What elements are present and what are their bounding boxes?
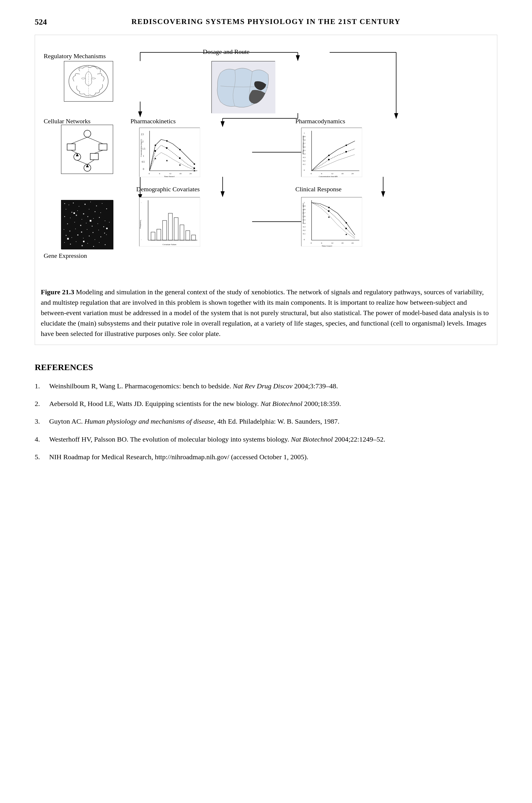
svg-line-30 <box>87 160 94 164</box>
label-clinical: Clinical Response <box>296 186 341 193</box>
svg-text:Time (years): Time (years) <box>322 245 332 246</box>
ref-num: 1. <box>35 381 49 392</box>
svg-text:12: 12 <box>169 172 172 175</box>
label-regulatory: Regulatory Mechanisms <box>44 52 106 60</box>
svg-rect-76 <box>77 235 78 236</box>
svg-text:0.1: 0.1 <box>303 163 305 166</box>
svg-text:Covariate Values: Covariate Values <box>163 243 176 246</box>
svg-point-115 <box>194 164 195 165</box>
ref-text: Guyton AC. Human physiology and mechanis… <box>49 416 497 427</box>
list-item: 3. Guyton AC. Human physiology and mecha… <box>35 416 497 427</box>
svg-text:2: 2 <box>142 141 144 143</box>
pd-chart: 1 0.9 0.8 0.7 0.6 0.5 0.4 0.3 0.2 0.1 0 … <box>301 128 362 177</box>
svg-rect-82 <box>64 242 65 243</box>
svg-rect-85 <box>81 245 83 246</box>
ref-text: Westerhoff HV, Palsson BO. The evolution… <box>49 434 497 445</box>
label-demographic: Demographic Covariates <box>136 186 200 193</box>
label-pharmacokinetics: Pharmacokinetics <box>131 117 176 125</box>
svg-point-146 <box>346 145 347 146</box>
svg-marker-31 <box>76 153 79 156</box>
svg-point-112 <box>155 145 156 146</box>
svg-rect-72 <box>98 230 99 230</box>
svg-text:12: 12 <box>331 172 334 175</box>
svg-point-113 <box>166 141 168 142</box>
svg-rect-81 <box>106 235 107 235</box>
svg-rect-147 <box>328 159 329 160</box>
svg-rect-88 <box>99 242 99 243</box>
list-item: 1. Weinshilboum R, Wang L. Pharmacogenom… <box>35 381 497 392</box>
reference-list: 1. Weinshilboum R, Wang L. Pharmacogenom… <box>35 381 497 462</box>
svg-rect-46 <box>89 209 89 209</box>
svg-rect-68 <box>75 229 76 229</box>
svg-rect-61 <box>86 223 87 223</box>
page-header: REDISCOVERING SYSTEMS PHYSIOLOGY IN THE … <box>0 17 532 26</box>
svg-text:0.2: 0.2 <box>303 160 305 162</box>
svg-rect-36 <box>73 203 74 203</box>
svg-point-19 <box>84 130 91 137</box>
svg-rect-148 <box>345 151 347 152</box>
cellnet-image <box>61 125 113 174</box>
svg-rect-60 <box>80 225 81 226</box>
ref-text: NIH Roadmap for Medical Research, http:/… <box>49 452 497 462</box>
svg-text:0: 0 <box>143 168 144 170</box>
svg-rect-80 <box>100 237 101 237</box>
svg-point-114 <box>179 149 181 150</box>
svg-line-28 <box>94 150 103 153</box>
ref-num: 3. <box>35 416 49 427</box>
label-cellular: Cellular Networks <box>44 117 91 125</box>
list-item: 4. Westerhoff HV, Palsson BO. The evolut… <box>35 434 497 445</box>
svg-rect-64 <box>103 226 104 227</box>
svg-text:0.2: 0.2 <box>303 229 305 231</box>
svg-text:Concentration (mg/L): Concentration (mg/L) <box>140 139 142 157</box>
svg-rect-69 <box>81 231 82 233</box>
svg-line-26 <box>87 137 103 144</box>
svg-text:2.5: 2.5 <box>141 133 144 136</box>
svg-rect-47 <box>95 211 95 212</box>
svg-rect-96 <box>139 128 200 177</box>
svg-text:0.1: 0.1 <box>303 233 305 235</box>
svg-rect-39 <box>90 202 91 202</box>
svg-text:0: 0 <box>311 242 312 244</box>
svg-rect-23 <box>90 153 98 160</box>
svg-rect-53 <box>81 219 82 220</box>
svg-text:Survival (arbitrary units): Survival (arbitrary units) <box>302 203 304 223</box>
svg-text:0.3: 0.3 <box>303 226 305 228</box>
ref-text: Weinshilboum R, Wang L. Pharmacogenomics… <box>49 381 497 392</box>
svg-rect-67 <box>70 231 70 231</box>
diagram-area: Regulatory Mechanisms Cellular Netwo <box>41 44 491 281</box>
svg-rect-62 <box>92 226 93 227</box>
svg-rect-41 <box>102 203 102 204</box>
svg-rect-117 <box>166 147 168 149</box>
svg-rect-189 <box>345 228 347 229</box>
svg-line-25 <box>71 137 87 144</box>
svg-rect-165 <box>301 197 362 246</box>
svg-rect-73 <box>104 233 105 234</box>
svg-line-29 <box>77 160 87 164</box>
svg-rect-188 <box>328 210 329 212</box>
svg-text:18: 18 <box>341 242 344 244</box>
svg-rect-77 <box>83 238 83 239</box>
svg-text:24: 24 <box>189 172 192 175</box>
svg-text:Concentration (mg/dB): Concentration (mg/dB) <box>319 175 338 177</box>
references-section: REFERENCES 1. Weinshilboum R, Wang L. Ph… <box>35 362 497 462</box>
svg-point-145 <box>328 155 330 156</box>
svg-rect-90 <box>74 212 75 214</box>
svg-text:0: 0 <box>311 172 312 175</box>
svg-text:0: 0 <box>149 172 150 175</box>
svg-rect-58 <box>67 223 68 224</box>
svg-rect-49 <box>106 208 107 209</box>
svg-text:18: 18 <box>179 172 182 175</box>
svg-rect-54 <box>87 216 88 217</box>
label-dosage: Dosage and Route <box>203 48 249 56</box>
svg-rect-70 <box>87 229 87 230</box>
ref-num: 5. <box>35 452 49 462</box>
list-item: 2. Aebersold R, Hood LE, Watts JD. Equip… <box>35 398 497 409</box>
svg-rect-71 <box>93 232 93 233</box>
svg-rect-50 <box>64 216 65 217</box>
svg-text:6: 6 <box>159 172 160 175</box>
svg-point-187 <box>346 222 347 224</box>
brain-image <box>64 61 113 101</box>
svg-rect-65 <box>109 222 110 223</box>
svg-rect-34 <box>64 203 65 204</box>
demo-chart: - - - Frequency Covariate Values <box>139 197 200 246</box>
